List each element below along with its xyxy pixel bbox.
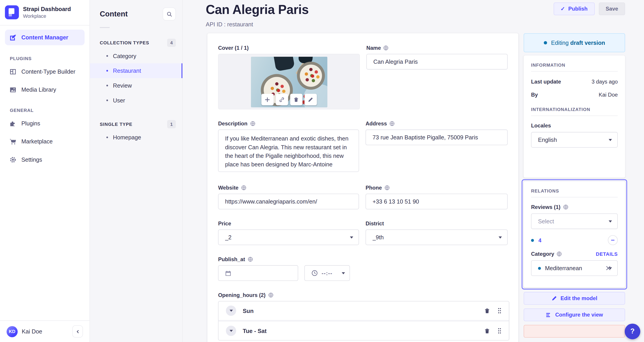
api-id-subtitle: API ID : restaurant bbox=[206, 21, 625, 28]
link-icon bbox=[279, 97, 284, 102]
category-relation-select[interactable]: Mediterranean bbox=[531, 260, 618, 276]
collection-types-heading: COLLECTION TYPES bbox=[100, 40, 149, 45]
collection-types-count-badge: 4 bbox=[167, 39, 176, 47]
add-media-button[interactable] bbox=[261, 94, 274, 105]
chevron-down-icon bbox=[609, 139, 612, 141]
relations-heading: RELATIONS bbox=[531, 189, 618, 198]
globe-icon bbox=[268, 292, 274, 298]
search-icon bbox=[166, 11, 172, 17]
sidebar-item-plugins[interactable]: Plugins bbox=[5, 116, 84, 131]
strapi-app: Strapi Dashboard Workplace Content Manag… bbox=[0, 0, 644, 342]
save-button[interactable]: Save bbox=[598, 3, 625, 15]
edit-media-button[interactable] bbox=[304, 94, 316, 105]
divider bbox=[0, 25, 90, 26]
trash-icon bbox=[294, 97, 299, 102]
address-input[interactable] bbox=[366, 129, 508, 145]
phone-label: Phone bbox=[366, 185, 508, 191]
subnav-item-user[interactable]: User bbox=[90, 93, 182, 108]
subnav-item-homepage[interactable]: Homepage bbox=[90, 130, 182, 145]
configure-view-button[interactable]: Configure the view bbox=[524, 308, 625, 321]
trash-icon bbox=[484, 308, 490, 314]
help-button[interactable]: ? bbox=[625, 323, 640, 339]
expand-row-button[interactable] bbox=[226, 326, 236, 336]
delete-entry-button[interactable] bbox=[524, 325, 625, 338]
sidebar-item-marketplace[interactable]: Marketplace bbox=[5, 134, 84, 149]
globe-icon bbox=[563, 205, 568, 210]
globe-icon bbox=[384, 185, 390, 191]
clock-icon bbox=[312, 270, 318, 276]
draft-status-banner: Editing draft version bbox=[524, 33, 625, 52]
website-input[interactable] bbox=[218, 194, 359, 209]
sidebar-item-label: Settings bbox=[21, 156, 42, 163]
district-label: District bbox=[366, 220, 508, 227]
globe-icon bbox=[248, 257, 253, 262]
subnav-title: Content bbox=[100, 10, 128, 18]
pencil-icon bbox=[552, 296, 557, 301]
delete-media-button[interactable] bbox=[290, 94, 302, 105]
collapse-sidebar-button[interactable] bbox=[72, 325, 83, 338]
bullet-icon bbox=[106, 55, 108, 57]
entry-form-card: Cover (1 / 1) bbox=[207, 33, 518, 342]
subnav-item-label: Restaurant bbox=[113, 68, 141, 74]
remove-relation-button[interactable] bbox=[608, 235, 618, 245]
locale-select[interactable]: English bbox=[531, 132, 618, 147]
drag-handle[interactable] bbox=[498, 307, 502, 314]
avatar[interactable]: KD bbox=[6, 326, 18, 337]
sidebar-item-label: Content-Type Builder bbox=[21, 68, 75, 75]
drag-handle[interactable] bbox=[498, 328, 502, 334]
main-sidebar: Strapi Dashboard Workplace Content Manag… bbox=[0, 0, 90, 342]
cover-label: Cover (1 / 1) bbox=[218, 45, 360, 51]
gear-icon bbox=[9, 156, 16, 163]
publish-button[interactable]: ✓ Publish bbox=[554, 3, 594, 15]
sidebar-item-label: Marketplace bbox=[21, 138, 52, 145]
sidebar-item-settings[interactable]: Settings bbox=[5, 152, 84, 167]
copy-link-button[interactable] bbox=[276, 94, 288, 105]
calendar-icon bbox=[225, 270, 231, 276]
publish-at-time-select[interactable]: --:-- bbox=[304, 265, 350, 281]
reviews-relation-select[interactable]: Select bbox=[531, 214, 618, 229]
delete-row-button[interactable] bbox=[484, 308, 490, 314]
internationalization-heading: INTERNATIONALIZATION bbox=[531, 107, 618, 116]
subnav-item-label: Review bbox=[113, 82, 132, 89]
chevron-left-icon bbox=[76, 330, 80, 333]
publish-at-date-input[interactable] bbox=[218, 265, 298, 281]
search-button[interactable] bbox=[162, 8, 176, 21]
delete-row-button[interactable] bbox=[484, 328, 490, 334]
subnav-item-label: Category bbox=[113, 53, 136, 59]
user-name: Kai Doe bbox=[22, 328, 42, 335]
workspace-switcher[interactable]: Strapi Dashboard Workplace bbox=[0, 0, 90, 25]
drag-dots-icon bbox=[498, 328, 502, 334]
plus-icon bbox=[265, 97, 270, 102]
subnav-item-review[interactable]: Review bbox=[90, 78, 182, 93]
price-label: Price bbox=[218, 220, 359, 227]
cover-media-field[interactable] bbox=[218, 54, 360, 109]
globe-icon bbox=[557, 251, 562, 257]
publish-at-label: Publish_at bbox=[218, 256, 508, 262]
nav-section-plugins: PLUGINS bbox=[10, 56, 80, 61]
status-dot-icon bbox=[544, 41, 547, 45]
phone-input[interactable] bbox=[366, 194, 508, 209]
price-select[interactable]: _2 bbox=[218, 229, 359, 245]
last-update-row: Last update 3 days ago bbox=[531, 79, 618, 85]
sidebar-item-media-library[interactable]: Media Library bbox=[5, 82, 84, 97]
sidebar-item-content-manager[interactable]: Content Manager bbox=[5, 30, 84, 45]
subnav-item-label: User bbox=[113, 97, 125, 104]
district-select[interactable]: _9th bbox=[366, 229, 508, 245]
edit-model-button[interactable]: Edit the model bbox=[524, 292, 625, 305]
opening-hours-row-tue-sat: Tue - Sat bbox=[218, 320, 509, 340]
website-label: Website bbox=[218, 185, 359, 191]
subnav-item-restaurant[interactable]: Restaurant bbox=[90, 63, 182, 78]
trash-icon bbox=[484, 328, 490, 334]
relations-highlight-outline: RELATIONS Reviews (1) Select 4 bbox=[522, 179, 627, 289]
details-link[interactable]: DETAILS bbox=[596, 251, 618, 257]
description-textarea[interactable]: If you like Mediterranean and exotic dis… bbox=[218, 129, 359, 172]
subnav-item-category[interactable]: Category bbox=[90, 49, 182, 64]
sidebar-item-content-type-builder[interactable]: Content-Type Builder bbox=[5, 64, 84, 79]
sidebar-item-label: Plugins bbox=[21, 120, 40, 126]
expand-row-button[interactable] bbox=[226, 305, 236, 316]
globe-icon bbox=[241, 185, 246, 191]
globe-icon bbox=[250, 121, 255, 126]
name-input[interactable] bbox=[366, 54, 508, 69]
relation-item-link[interactable]: 4 bbox=[538, 237, 542, 243]
divider bbox=[100, 27, 110, 28]
